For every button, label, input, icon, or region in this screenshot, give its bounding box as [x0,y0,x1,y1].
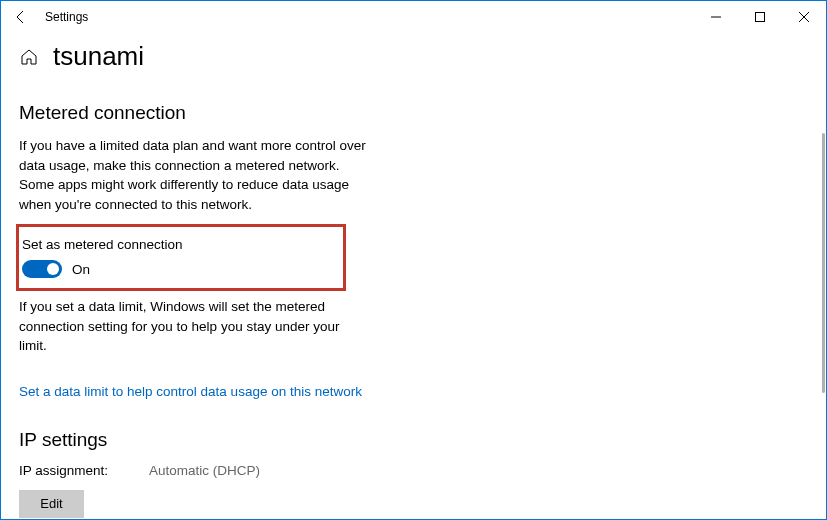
toggle-knob [47,263,59,275]
minimize-button[interactable] [694,1,738,33]
metered-note: If you set a data limit, Windows will se… [19,297,369,356]
data-limit-link[interactable]: Set a data limit to help control data us… [19,384,362,399]
metered-toggle[interactable] [22,260,62,278]
close-button[interactable] [782,1,826,33]
page-title: tsunami [53,41,144,72]
metered-heading: Metered connection [19,102,826,124]
metered-description: If you have a limited data plan and want… [19,136,369,214]
scroll-thumb[interactable] [822,133,825,393]
scrollbar[interactable] [815,33,825,518]
svg-rect-1 [756,13,765,22]
edit-button[interactable]: Edit [19,490,84,518]
metered-toggle-label: Set as metered connection [22,237,333,252]
highlight-box: Set as metered connection On [16,224,346,291]
home-icon[interactable] [19,47,39,67]
back-button[interactable] [9,5,33,29]
metered-toggle-state: On [72,262,90,277]
app-title: Settings [45,10,88,24]
maximize-button[interactable] [738,1,782,33]
ip-assignment-value: Automatic (DHCP) [149,463,260,478]
ip-assignment-label: IP assignment: [19,463,149,478]
ip-heading: IP settings [19,429,826,451]
